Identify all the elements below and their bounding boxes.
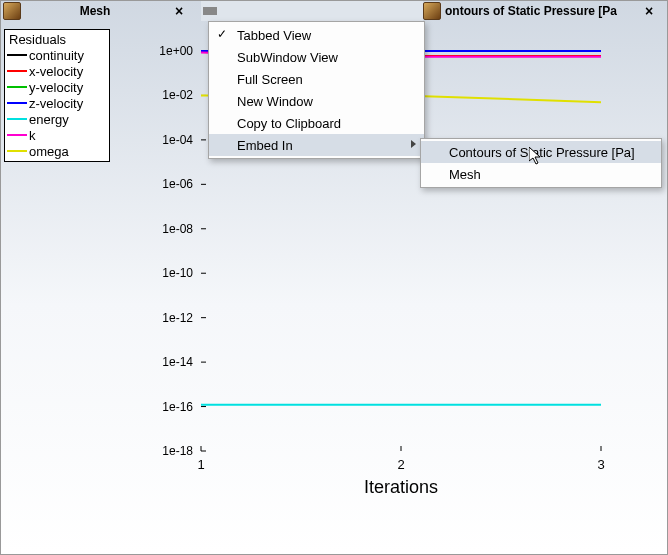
menu-item[interactable]: SubWindow View [209,46,424,68]
submenu-arrow-icon [411,140,416,148]
legend-label: omega [29,144,69,159]
legend-item: energy [5,111,109,127]
svg-text:1e-08: 1e-08 [162,222,193,236]
submenu-item[interactable]: Contours of Static Pressure [Pa] [421,141,661,163]
legend-swatch [7,70,27,72]
tab-mesh[interactable]: Mesh × [1,1,203,21]
svg-text:1e-14: 1e-14 [162,355,193,369]
legend-swatch [7,86,27,88]
tab-contours-close-icon[interactable]: × [641,3,657,19]
legend-item: x-velocity [5,63,109,79]
svg-text:1e-04: 1e-04 [162,133,193,147]
legend-swatch [7,118,27,120]
tab-bar: Mesh × ontours of Static Pressure [Pa × [1,1,667,21]
legend-item: k [5,127,109,143]
svg-text:1e-06: 1e-06 [162,177,193,191]
legend-swatch [7,134,27,136]
menu-item-label: Embed In [237,138,293,153]
svg-text:1e-10: 1e-10 [162,266,193,280]
menu-item-label: Tabbed View [237,28,311,43]
legend-item: omega [5,143,109,159]
contours-icon [423,2,441,20]
menu-item[interactable]: Full Screen [209,68,424,90]
submenu-item-label: Contours of Static Pressure [Pa] [449,145,635,160]
svg-text:1e-16: 1e-16 [162,400,193,414]
drag-handle-icon[interactable] [203,7,217,15]
legend-swatch [7,150,27,152]
menu-item-label: SubWindow View [237,50,338,65]
menu-item[interactable]: Embed In [209,134,424,156]
submenu-item-label: Mesh [449,167,481,182]
tab-mesh-close-icon[interactable]: × [171,3,187,19]
legend-item: continuity [5,47,109,63]
context-submenu-embed-in: Contours of Static Pressure [Pa]Mesh [420,138,662,188]
legend-item: y-velocity [5,79,109,95]
menu-item[interactable]: New Window [209,90,424,112]
submenu-item[interactable]: Mesh [421,163,661,185]
menu-item[interactable]: Copy to Clipboard [209,112,424,134]
legend-label: k [29,128,36,143]
legend-label: energy [29,112,69,127]
tab-contours[interactable]: ontours of Static Pressure [Pa × [423,1,667,21]
svg-text:1e-12: 1e-12 [162,311,193,325]
tab-residuals-active[interactable] [201,1,423,21]
svg-text:3: 3 [597,457,604,472]
legend-label: z-velocity [29,96,83,111]
legend-label: x-velocity [29,64,83,79]
legend-label: y-velocity [29,80,83,95]
legend-label: continuity [29,48,84,63]
app-window: Mesh × ontours of Static Pressure [Pa × … [0,0,668,555]
legend-title: Residuals [5,32,109,47]
mesh-icon [3,2,21,20]
legend-swatch [7,54,27,56]
svg-text:Iterations: Iterations [364,477,438,497]
context-menu: Tabbed ViewSubWindow ViewFull ScreenNew … [208,21,425,159]
tab-mesh-label: Mesh [25,4,165,18]
svg-text:2: 2 [397,457,404,472]
menu-item[interactable]: Tabbed View [209,24,424,46]
legend-item: z-velocity [5,95,109,111]
svg-text:1: 1 [197,457,204,472]
svg-text:1e-18: 1e-18 [162,444,193,458]
legend-box: Residuals continuityx-velocityy-velocity… [4,29,110,162]
svg-text:1e+00: 1e+00 [159,44,193,58]
menu-item-label: Full Screen [237,72,303,87]
legend-swatch [7,102,27,104]
menu-item-label: New Window [237,94,313,109]
tab-contours-label: ontours of Static Pressure [Pa [445,4,635,18]
svg-text:1e-02: 1e-02 [162,88,193,102]
menu-item-label: Copy to Clipboard [237,116,341,131]
